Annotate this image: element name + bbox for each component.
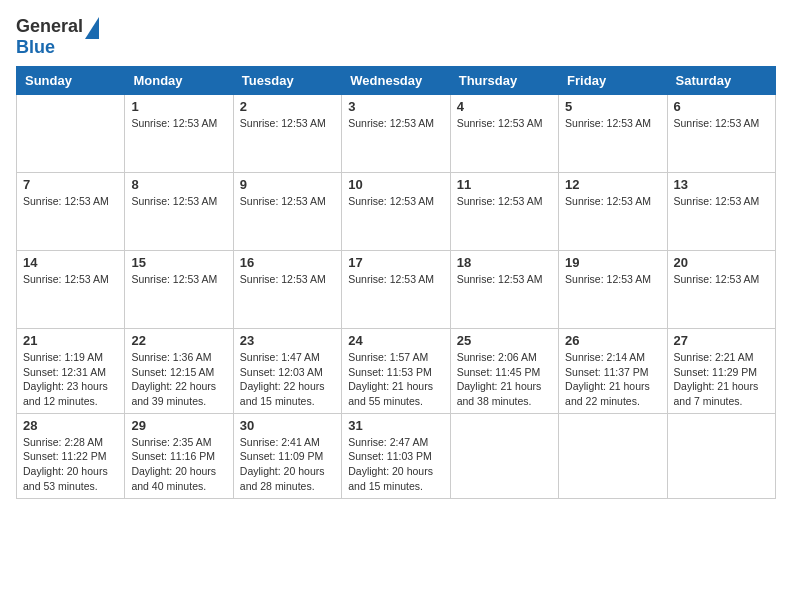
day-number: 22 [131, 333, 226, 348]
calendar-cell: 6Sunrise: 12:53 AM [667, 95, 775, 173]
calendar-cell: 30Sunrise: 2:41 AM Sunset: 11:09 PM Dayl… [233, 413, 341, 498]
day-info: Sunrise: 1:47 AM Sunset: 12:03 AM Daylig… [240, 350, 335, 409]
weekday-header-wednesday: Wednesday [342, 67, 450, 95]
day-number: 31 [348, 418, 443, 433]
day-number: 6 [674, 99, 769, 114]
calendar-cell: 4Sunrise: 12:53 AM [450, 95, 558, 173]
calendar-cell: 19Sunrise: 12:53 AM [559, 251, 667, 329]
day-number: 15 [131, 255, 226, 270]
day-number: 3 [348, 99, 443, 114]
day-number: 11 [457, 177, 552, 192]
day-number: 12 [565, 177, 660, 192]
day-number: 10 [348, 177, 443, 192]
calendar-cell: 15Sunrise: 12:53 AM [125, 251, 233, 329]
week-row-2: 7Sunrise: 12:53 AM8Sunrise: 12:53 AM9Sun… [17, 173, 776, 251]
calendar-cell: 8Sunrise: 12:53 AM [125, 173, 233, 251]
day-info: Sunrise: 1:57 AM Sunset: 11:53 PM Daylig… [348, 350, 443, 409]
day-number: 26 [565, 333, 660, 348]
day-info: Sunrise: 1:19 AM Sunset: 12:31 AM Daylig… [23, 350, 118, 409]
week-row-1: 1Sunrise: 12:53 AM2Sunrise: 12:53 AM3Sun… [17, 95, 776, 173]
weekday-header-monday: Monday [125, 67, 233, 95]
calendar-cell: 18Sunrise: 12:53 AM [450, 251, 558, 329]
day-info: Sunrise: 12:53 AM [131, 194, 226, 209]
logo-blue: Blue [16, 37, 55, 58]
day-number: 30 [240, 418, 335, 433]
calendar-cell: 11Sunrise: 12:53 AM [450, 173, 558, 251]
day-info: Sunrise: 12:53 AM [565, 194, 660, 209]
calendar-cell: 7Sunrise: 12:53 AM [17, 173, 125, 251]
calendar-cell: 25Sunrise: 2:06 AM Sunset: 11:45 PM Dayl… [450, 329, 558, 414]
calendar-cell [667, 413, 775, 498]
day-info: Sunrise: 2:14 AM Sunset: 11:37 PM Daylig… [565, 350, 660, 409]
day-info: Sunrise: 12:53 AM [565, 272, 660, 287]
day-number: 27 [674, 333, 769, 348]
calendar-cell: 14Sunrise: 12:53 AM [17, 251, 125, 329]
day-info: Sunrise: 2:06 AM Sunset: 11:45 PM Daylig… [457, 350, 552, 409]
day-info: Sunrise: 12:53 AM [131, 116, 226, 131]
calendar-cell: 9Sunrise: 12:53 AM [233, 173, 341, 251]
logo: General Blue [16, 16, 99, 58]
day-number: 9 [240, 177, 335, 192]
day-info: Sunrise: 12:53 AM [348, 272, 443, 287]
day-info: Sunrise: 12:53 AM [674, 116, 769, 131]
calendar-cell [450, 413, 558, 498]
day-number: 29 [131, 418, 226, 433]
day-number: 24 [348, 333, 443, 348]
day-info: Sunrise: 2:41 AM Sunset: 11:09 PM Daylig… [240, 435, 335, 494]
day-number: 7 [23, 177, 118, 192]
day-number: 28 [23, 418, 118, 433]
weekday-header-friday: Friday [559, 67, 667, 95]
week-row-5: 28Sunrise: 2:28 AM Sunset: 11:22 PM Dayl… [17, 413, 776, 498]
calendar: SundayMondayTuesdayWednesdayThursdayFrid… [16, 66, 776, 499]
day-number: 18 [457, 255, 552, 270]
day-number: 1 [131, 99, 226, 114]
day-info: Sunrise: 12:53 AM [348, 116, 443, 131]
day-info: Sunrise: 12:53 AM [23, 272, 118, 287]
weekday-header-saturday: Saturday [667, 67, 775, 95]
calendar-cell: 13Sunrise: 12:53 AM [667, 173, 775, 251]
calendar-cell: 1Sunrise: 12:53 AM [125, 95, 233, 173]
calendar-cell: 12Sunrise: 12:53 AM [559, 173, 667, 251]
day-info: Sunrise: 12:53 AM [240, 116, 335, 131]
calendar-cell: 17Sunrise: 12:53 AM [342, 251, 450, 329]
day-info: Sunrise: 12:53 AM [131, 272, 226, 287]
day-number: 4 [457, 99, 552, 114]
calendar-cell [559, 413, 667, 498]
calendar-cell: 26Sunrise: 2:14 AM Sunset: 11:37 PM Dayl… [559, 329, 667, 414]
weekday-header-thursday: Thursday [450, 67, 558, 95]
day-info: Sunrise: 2:35 AM Sunset: 11:16 PM Daylig… [131, 435, 226, 494]
calendar-cell: 20Sunrise: 12:53 AM [667, 251, 775, 329]
calendar-cell: 5Sunrise: 12:53 AM [559, 95, 667, 173]
day-number: 5 [565, 99, 660, 114]
day-info: Sunrise: 2:28 AM Sunset: 11:22 PM Daylig… [23, 435, 118, 494]
day-number: 23 [240, 333, 335, 348]
calendar-cell: 27Sunrise: 2:21 AM Sunset: 11:29 PM Dayl… [667, 329, 775, 414]
calendar-cell: 3Sunrise: 12:53 AM [342, 95, 450, 173]
day-number: 20 [674, 255, 769, 270]
weekday-header-tuesday: Tuesday [233, 67, 341, 95]
calendar-cell: 2Sunrise: 12:53 AM [233, 95, 341, 173]
day-number: 16 [240, 255, 335, 270]
day-info: Sunrise: 12:53 AM [457, 194, 552, 209]
calendar-cell: 24Sunrise: 1:57 AM Sunset: 11:53 PM Dayl… [342, 329, 450, 414]
day-number: 19 [565, 255, 660, 270]
day-number: 21 [23, 333, 118, 348]
calendar-cell: 10Sunrise: 12:53 AM [342, 173, 450, 251]
day-number: 13 [674, 177, 769, 192]
week-row-3: 14Sunrise: 12:53 AM15Sunrise: 12:53 AM16… [17, 251, 776, 329]
day-info: Sunrise: 12:53 AM [240, 194, 335, 209]
day-info: Sunrise: 1:36 AM Sunset: 12:15 AM Daylig… [131, 350, 226, 409]
day-info: Sunrise: 12:53 AM [457, 116, 552, 131]
day-number: 2 [240, 99, 335, 114]
day-info: Sunrise: 2:47 AM Sunset: 11:03 PM Daylig… [348, 435, 443, 494]
day-number: 14 [23, 255, 118, 270]
day-number: 8 [131, 177, 226, 192]
calendar-cell: 21Sunrise: 1:19 AM Sunset: 12:31 AM Dayl… [17, 329, 125, 414]
day-number: 25 [457, 333, 552, 348]
calendar-header-row: SundayMondayTuesdayWednesdayThursdayFrid… [17, 67, 776, 95]
day-info: Sunrise: 12:53 AM [457, 272, 552, 287]
day-info: Sunrise: 12:53 AM [23, 194, 118, 209]
day-info: Sunrise: 12:53 AM [240, 272, 335, 287]
calendar-cell: 29Sunrise: 2:35 AM Sunset: 11:16 PM Dayl… [125, 413, 233, 498]
calendar-cell: 28Sunrise: 2:28 AM Sunset: 11:22 PM Dayl… [17, 413, 125, 498]
